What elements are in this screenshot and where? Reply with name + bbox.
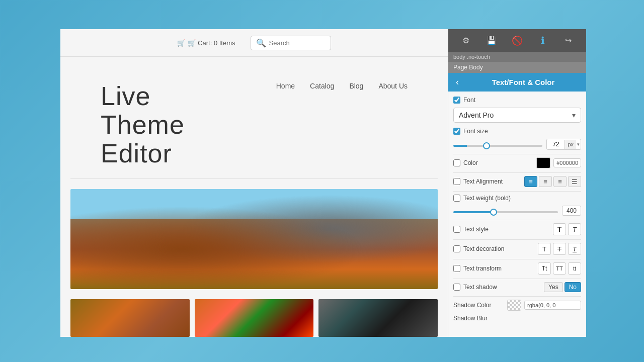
text-decoration-normal-btn[interactable]: T [538,243,551,255]
thumbnails-row [60,299,448,337]
sep-4 [453,220,581,220]
text-alignment-label: Text Alignment [463,178,521,185]
align-buttons: ≡ ≡ ≡ ☰ [524,176,581,187]
cart-icon: 🛒 [177,39,185,47]
thumbnail-1 [70,299,190,337]
font-value: Advent Pro [459,111,494,119]
hero-image [70,189,438,289]
shadow-blur-label: Shadow Blur [453,315,581,322]
text-decoration-row: Text decoration T T T [453,243,581,255]
align-left-btn[interactable]: ≡ [524,176,537,187]
text-decoration-underline-btn[interactable]: T [568,243,581,255]
font-size-slider[interactable] [453,145,542,147]
text-transform-buttons: Tt TT tt [538,262,581,275]
site-title: LiveThemeEditor [80,67,205,178]
text-style-label: Text style [463,226,550,233]
nav-blog[interactable]: Blog [349,82,363,90]
color-swatch[interactable] [536,157,550,168]
sep-5 [453,239,581,240]
text-style-buttons: T T [553,223,581,235]
font-size-control: 72 px ▾ [453,139,581,150]
text-shadow-no-btn[interactable]: No [565,282,581,292]
panel-title: Text/Font & Color [465,78,581,86]
sep-3 [453,191,581,192]
font-checkbox[interactable] [453,97,460,104]
unit-arrow-icon[interactable]: ▾ [576,142,581,147]
section-label: Page Body [448,62,586,73]
text-weight-row: Text weight (bold) [453,195,581,202]
font-label: Font [463,97,581,104]
hero-image-inner [70,189,438,289]
sep-1 [453,154,581,154]
main-container: 🛒 🛒 Cart: 0 Items 🔍 LiveThemeEditor Home… [60,29,586,337]
right-panel: ⚙ 💾 🚫 ℹ ↪ body .no-touch Page Body ‹ Tex… [448,29,586,337]
font-size-input-box: 72 px ▾ [546,139,581,150]
color-checkbox[interactable] [453,159,460,166]
font-size-unit: px [565,140,576,149]
text-decoration-checkbox[interactable] [453,245,460,252]
color-row: Color #000000 [453,157,581,168]
nav-about[interactable]: About Us [378,82,408,90]
text-transform-upper-btn[interactable]: TT [553,262,566,275]
text-shadow-yes-btn[interactable]: Yes [544,282,563,292]
website-preview: 🛒 🛒 Cart: 0 Items 🔍 LiveThemeEditor Home… [60,29,448,337]
color-hex[interactable]: #000000 [553,158,581,167]
text-style-checkbox[interactable] [453,226,460,233]
search-box[interactable]: 🔍 [251,36,331,50]
record-icon[interactable]: ⚙ [460,35,472,47]
panel-content[interactable]: Font Advent Pro ▾ Font size 72 px ▾ [448,92,586,337]
shadow-blur-row: Shadow Blur [453,315,581,322]
sep-8 [453,296,581,297]
delete-icon[interactable]: 🚫 [511,35,523,47]
text-transform-checkbox[interactable] [453,265,460,272]
nav-home[interactable]: Home [276,82,295,90]
text-weight-slider[interactable] [453,211,558,213]
nav-catalog[interactable]: Catalog [310,82,334,90]
font-size-checkbox[interactable] [453,128,460,135]
info-icon[interactable]: ℹ [537,35,549,47]
text-style-row: Text style T T [453,223,581,235]
shadow-color-value[interactable]: rgba(0, 0, 0 [524,301,581,310]
text-decoration-strike-btn[interactable]: T [553,243,566,255]
font-size-label: Font size [463,128,581,135]
search-icon: 🔍 [256,38,266,48]
text-transform-label: Text transform [463,265,535,272]
align-right-btn[interactable]: ≡ [553,176,567,187]
panel-header: ‹ Text/Font & Color [448,73,586,92]
site-nav: Home Catalog Blog About Us [256,77,428,95]
text-shadow-toggle: Yes No [544,282,581,292]
export-icon[interactable]: ↪ [562,35,575,47]
search-input[interactable] [269,39,326,47]
font-size-row: Font size [453,128,581,135]
cart-label: 🛒 Cart: 0 Items [188,39,235,47]
text-alignment-row: Text Alignment ≡ ≡ ≡ ☰ [453,176,581,187]
font-row: Font [453,97,581,104]
save-icon[interactable]: 💾 [486,35,498,47]
text-shadow-label: Text shadow [463,284,541,291]
sep-2 [453,172,581,173]
text-style-normal-btn[interactable]: T [553,223,566,235]
text-decoration-label: Text decoration [463,245,535,252]
font-size-slider-container [453,140,542,149]
font-dropdown[interactable]: Advent Pro ▾ [453,108,581,123]
text-shadow-row: Text shadow Yes No [453,282,581,292]
text-alignment-checkbox[interactable] [453,178,460,185]
align-center-btn[interactable]: ≡ [539,176,552,187]
section-label-text: Page Body [453,64,483,71]
thumbnail-3 [318,299,438,337]
text-shadow-checkbox[interactable] [453,284,460,291]
text-weight-checkbox[interactable] [453,195,460,202]
align-justify-btn[interactable]: ☰ [568,176,581,187]
panel-toolbar: ⚙ 💾 🚫 ℹ ↪ [448,29,586,52]
text-transform-capitalize-btn[interactable]: Tt [538,262,551,275]
font-size-input[interactable]: 72 [547,139,565,149]
text-decoration-buttons: T T T [538,243,581,255]
color-label: Color [463,159,533,166]
shadow-color-swatch[interactable] [507,300,521,311]
text-transform-lower-btn[interactable]: tt [568,262,581,275]
cart-link[interactable]: 🛒 🛒 Cart: 0 Items [177,39,235,47]
text-style-italic-btn[interactable]: T [568,223,581,235]
sep-7 [453,279,581,279]
breadcrumb-text: body .no-touch [453,54,490,60]
back-button[interactable]: ‹ [453,77,461,87]
